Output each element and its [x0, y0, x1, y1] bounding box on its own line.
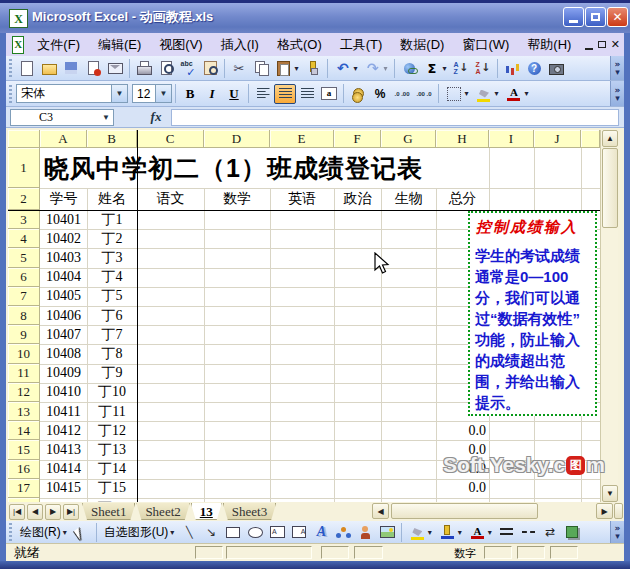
chevron-down-icon[interactable]: ▾	[353, 64, 357, 73]
linecolor-button[interactable]: ▾	[435, 522, 465, 542]
borders-button[interactable]: ▾	[442, 84, 472, 104]
copy-button[interactable]	[250, 58, 272, 78]
row-header-6[interactable]: 6	[8, 268, 40, 287]
cell-B11-student-name[interactable]: 丁9	[87, 364, 137, 383]
row-header-16[interactable]: 16	[8, 460, 40, 479]
cell-B7-student-name[interactable]: 丁5	[87, 287, 137, 306]
toolbar-options-chevron[interactable]: »▾	[610, 56, 624, 80]
cell-A16-student-id[interactable]: 10414	[40, 460, 87, 479]
minimize-button[interactable]	[563, 7, 584, 27]
draw-menu-button[interactable]: 绘图(R)▾	[16, 522, 71, 542]
column-header-partial[interactable]	[581, 130, 600, 148]
menu-item-文件F[interactable]: 文件(F)	[28, 33, 89, 57]
chevron-down-icon[interactable]: ▾	[428, 528, 432, 537]
menu-item-窗口W[interactable]: 窗口(W)	[453, 33, 518, 57]
cell-A8-student-id[interactable]: 10406	[40, 306, 87, 325]
cell-B9-student-name[interactable]: 丁7	[87, 325, 137, 344]
rect-button[interactable]	[222, 522, 244, 542]
cell-B5-student-name[interactable]: 丁3	[87, 248, 137, 267]
fontcolor-button[interactable]: ▾	[465, 522, 495, 542]
field-header-总分[interactable]: 总分	[436, 188, 489, 210]
cell-A12-student-id[interactable]: 10410	[40, 383, 87, 402]
cell-B14-student-name[interactable]: 丁12	[87, 421, 137, 440]
field-header-政治[interactable]: 政治	[334, 188, 381, 210]
chevron-down-icon[interactable]: ▾	[383, 64, 387, 73]
merge-center-button[interactable]	[318, 84, 340, 104]
row-header-3[interactable]: 3	[8, 210, 40, 229]
clipart-button[interactable]	[354, 522, 376, 542]
arrowstyle-button[interactable]	[539, 522, 561, 542]
mail-button[interactable]	[104, 58, 126, 78]
row-header-8[interactable]: 8	[8, 306, 40, 325]
print-button[interactable]	[133, 58, 155, 78]
format-painter-button[interactable]	[302, 58, 324, 78]
shadowstyle-button[interactable]	[561, 522, 583, 542]
select-all-corner[interactable]	[8, 130, 40, 148]
print-preview-button[interactable]	[155, 58, 177, 78]
workbook-close-button[interactable]: ✕	[611, 37, 620, 52]
row-header-15[interactable]: 15	[8, 440, 40, 459]
cell-B4-student-name[interactable]: 丁2	[87, 229, 137, 248]
cell-A15-student-id[interactable]: 10413	[40, 440, 87, 459]
field-header-数学[interactable]: 数学	[204, 188, 270, 210]
line-button[interactable]	[178, 522, 200, 542]
dashstyle-button[interactable]	[517, 522, 539, 542]
vertical-scrollbar[interactable]: ▲ ▼	[600, 130, 618, 502]
row-header-12[interactable]: 12	[8, 383, 40, 402]
sheet-tab-Sheet2[interactable]: Sheet2	[136, 503, 189, 520]
autoshapes-menu-button[interactable]: 自选图形(U)▾	[100, 522, 179, 542]
cell-B6-student-name[interactable]: 丁4	[87, 268, 137, 287]
column-header-H[interactable]: H	[436, 130, 489, 148]
italic-button[interactable]	[201, 84, 223, 104]
field-header-英语[interactable]: 英语	[270, 188, 334, 210]
align-left-button[interactable]	[252, 84, 274, 104]
font-size-combo[interactable]: 12 ▼	[132, 84, 172, 103]
cell-H17-total[interactable]: 0.0	[436, 479, 489, 498]
horizontal-scroll-thumb[interactable]	[391, 503, 538, 519]
column-header-G[interactable]: G	[381, 130, 436, 148]
hyperlink-button[interactable]	[398, 58, 420, 78]
cell-B16-student-name[interactable]: 丁14	[87, 460, 137, 479]
hscroll-right-button[interactable]: ▶	[596, 503, 613, 519]
sort-descending-button[interactable]	[472, 58, 494, 78]
decrease-decimal-button[interactable]	[413, 84, 435, 104]
sheet-tab-Sheet3[interactable]: Sheet3	[223, 503, 276, 520]
formula-input[interactable]	[171, 109, 619, 126]
chevron-down-icon[interactable]: ▾	[442, 64, 446, 73]
cell-A4-student-id[interactable]: 10402	[40, 229, 87, 248]
row-header-14[interactable]: 14	[8, 421, 40, 440]
menu-item-插入I[interactable]: 插入(I)	[212, 33, 268, 57]
row-header-13[interactable]: 13	[8, 402, 40, 421]
workbook-minimize-button[interactable]	[584, 37, 593, 52]
column-header-I[interactable]: I	[489, 130, 534, 148]
column-header-J[interactable]: J	[534, 130, 581, 148]
toolbar-grip[interactable]	[9, 59, 12, 77]
chevron-down-icon[interactable]: ▾	[488, 528, 492, 537]
bold-button[interactable]	[179, 84, 201, 104]
new-button[interactable]	[16, 58, 38, 78]
menu-item-编辑E[interactable]: 编辑(E)	[89, 33, 150, 57]
close-button[interactable]: ✕	[607, 7, 628, 27]
fill-button[interactable]: ▾	[405, 522, 435, 542]
scroll-up-button[interactable]: ▲	[602, 130, 618, 147]
save-button[interactable]	[60, 58, 82, 78]
chevron-down-icon[interactable]: ▾	[458, 528, 462, 537]
cell-A5-student-id[interactable]: 10403	[40, 248, 87, 267]
cell-B3-student-name[interactable]: 丁1	[87, 210, 137, 229]
chart-wizard-button[interactable]	[501, 58, 523, 78]
undo-button[interactable]: ▾	[331, 58, 361, 78]
toolbar-options-chevron[interactable]: »▾	[610, 521, 624, 543]
picture-button[interactable]	[376, 522, 398, 542]
help-button[interactable]	[523, 58, 545, 78]
toolbar-grip[interactable]	[9, 85, 12, 103]
row-header-1[interactable]: 1	[8, 148, 40, 188]
column-header-E[interactable]: E	[270, 130, 334, 148]
spelling-button[interactable]	[177, 58, 199, 78]
cell-B12-student-name[interactable]: 丁10	[87, 383, 137, 402]
tab-split-handle[interactable]	[614, 503, 623, 519]
name-box-dropdown[interactable]: ▼	[99, 110, 113, 125]
align-center-button[interactable]	[274, 84, 296, 104]
next-sheet-button[interactable]: ▶	[45, 504, 61, 520]
column-header-C[interactable]: C	[137, 130, 204, 148]
cell-B15-student-name[interactable]: 丁13	[87, 440, 137, 459]
